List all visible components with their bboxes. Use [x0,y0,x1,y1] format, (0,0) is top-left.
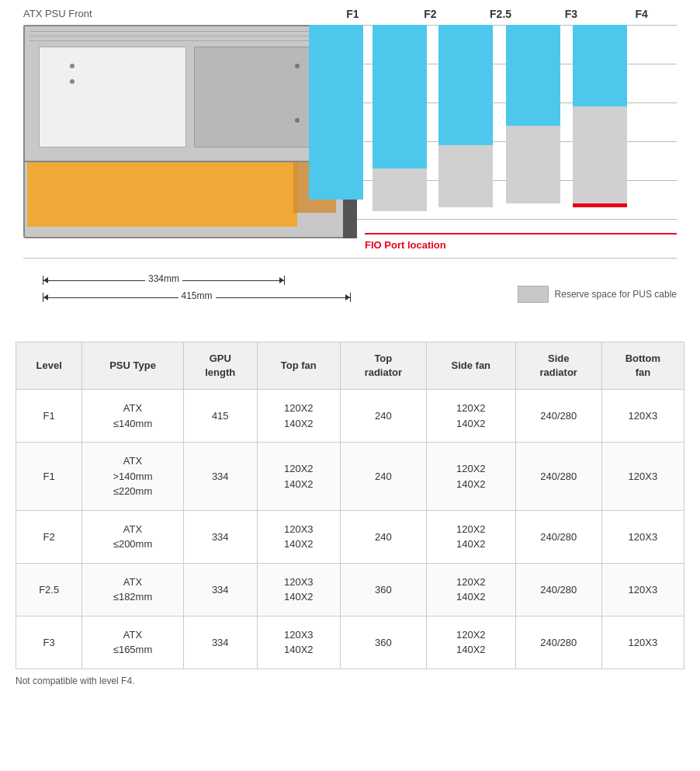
cell-psu-4: ATX≤182mm [82,563,183,616]
cell-bottomfan-2: 120X3 [601,443,684,511]
table-header-row: Level PSU Type GPUlength Top fan Topradi… [16,342,684,390]
cell-bottomfan-1: 120X3 [601,390,684,443]
cell-psu-2: ATX>140mm≤220mm [82,443,183,511]
cell-bottomfan-4: 120X3 [601,563,684,616]
diagram-section: ATX PSU Front F1 F2 F2.5 F3 F4 [16,8,684,326]
cell-level-1: F1 [16,390,82,443]
cell-siderad-4: 240/280 [515,563,601,616]
bar-f4 [573,25,627,238]
bar-f2 [373,25,427,238]
column-labels: F1 F2 F2.5 F3 F4 [310,8,677,20]
cell-siderad-2: 240/280 [515,443,601,511]
bar-f25-blue [438,25,493,145]
compatibility-table: Level PSU Type GPUlength Top fan Topradi… [16,342,684,669]
bar-f1 [309,25,363,238]
dim334-label: 334mm [145,273,182,284]
legend-box [518,286,549,303]
col-header-gpu-length: GPUlength [183,342,257,390]
table-row: F1 ATX>140mm≤220mm 334 120X2140X2 240 12… [16,443,684,511]
psu-component1 [70,64,75,68]
psu-line3 [29,40,324,41]
psu-drawing [23,25,357,266]
cell-topfan-1: 120X2140X2 [257,390,340,443]
col-header-side-radiator: Sideradiator [515,342,601,390]
cell-bottomfan-5: 120X3 [601,616,684,669]
psu-component2 [70,79,75,84]
col-header-level: Level [16,342,82,390]
bar-f25-gray [438,145,493,207]
fio-label: FIO Port location [365,239,446,251]
cell-toprad-3: 240 [340,510,426,563]
cell-sidefan-4: 120X2140X2 [426,563,515,616]
bar-f4-red [573,203,627,207]
fio-line [365,233,677,234]
cell-psu-3: ATX≤200mm [82,510,183,563]
compatibility-note: Not compatible with level F4. [16,675,684,686]
cell-toprad-5: 360 [340,616,426,669]
cell-toprad-1: 240 [340,390,426,443]
col-header-top-fan: Top fan [257,342,340,390]
bar-f3-blue [506,25,560,126]
table-row: F2.5 ATX≤182mm 334 120X3140X2 360 120X21… [16,563,684,616]
cell-siderad-5: 240/280 [515,616,601,669]
psu-component4 [295,118,300,123]
table-body: F1 ATX≤140mm 415 120X2140X2 240 120X2140… [16,390,684,669]
bar-f25 [438,25,493,238]
col-label-f4: F4 [606,8,677,20]
col-label-f3: F3 [535,8,606,20]
cell-topfan-3: 120X3140X2 [257,510,340,563]
bar-f4-blue [573,25,627,106]
cell-siderad-1: 240/280 [515,390,601,443]
legend: Reserve space for PUS cable [518,286,677,303]
table-row: F1 ATX≤140mm 415 120X2140X2 240 120X2140… [16,390,684,443]
cell-toprad-2: 240 [340,443,426,511]
psu-mid-area [194,47,322,148]
table-row: F3 ATX≤165mm 334 120X3140X2 360 120X2140… [16,616,684,669]
cell-level-3: F2 [16,510,82,563]
cell-topfan-4: 120X3140X2 [257,563,340,616]
bar-f2-gray [373,168,427,211]
legend-label: Reserve space for PUS cable [555,289,677,300]
atx-psu-label: ATX PSU Front [23,8,92,19]
psu-component3 [295,64,300,68]
col-label-f2: F2 [395,8,466,20]
bar-f1-blue [309,25,363,200]
cell-gpu-3: 334 [183,510,257,563]
cell-gpu-5: 334 [183,616,257,669]
bar-f3-gray [506,126,560,203]
table-row: F2 ATX≤200mm 334 120X3140X2 240 120X2140… [16,510,684,563]
dim-415: 415mm [43,293,351,302]
bar-f2-blue [373,25,427,168]
cell-level-5: F3 [16,616,82,669]
table-section: Level PSU Type GPUlength Top fan Topradi… [16,342,684,686]
cell-topfan-5: 120X3140X2 [257,616,340,669]
gpu-orange-area [27,162,297,227]
cell-level-2: F1 [16,443,82,511]
cell-topfan-2: 120X2140X2 [257,443,340,511]
dim-334: 334mm [43,276,285,285]
cell-psu-1: ATX≤140mm [82,390,183,443]
bar-f4-gray [573,106,627,207]
cell-gpu-4: 334 [183,563,257,616]
psu-line2 [29,36,324,36]
cell-sidefan-2: 120X2140X2 [426,443,515,511]
psu-line1 [29,31,324,32]
bar-f3 [506,25,560,238]
cell-psu-5: ATX≤165mm [82,616,183,669]
psu-pcb [39,47,186,148]
cell-toprad-4: 360 [340,563,426,616]
col-label-f25: F2.5 [466,8,536,20]
cell-sidefan-3: 120X2140X2 [426,510,515,563]
cell-level-4: F2.5 [16,563,82,616]
col-header-psu-type: PSU Type [82,342,183,390]
cell-bottomfan-3: 120X3 [601,510,684,563]
cell-sidefan-1: 120X2140X2 [426,390,515,443]
col-label-f1: F1 [310,8,395,20]
cell-sidefan-5: 120X2140X2 [426,616,515,669]
dim415-label: 415mm [178,290,215,301]
col-header-bottom-fan: Bottomfan [601,342,684,390]
cell-gpu-1: 415 [183,390,257,443]
cell-gpu-2: 334 [183,443,257,511]
col-header-top-radiator: Topradiator [340,342,426,390]
cell-siderad-3: 240/280 [515,510,601,563]
